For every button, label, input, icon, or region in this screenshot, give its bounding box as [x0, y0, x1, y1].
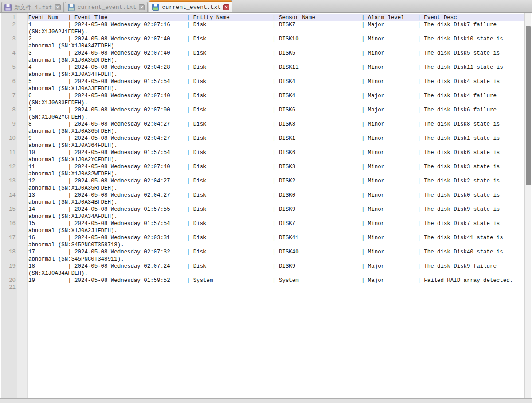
line-number: 21 — [1, 284, 28, 291]
tab-new-file[interactable]: 新文件 1.txt ✕ — [1, 2, 64, 12]
line-number: 18 — [1, 249, 28, 256]
line-number: 6 — [1, 78, 28, 85]
tab-label: current_event.txt — [162, 4, 221, 11]
text-line[interactable]: 109 | 2024-05-08 Wednesday 02:04:27 | Di… — [1, 135, 524, 149]
text-line[interactable]: 87 | 2024-05-08 Wednesday 02:07:00 | Dis… — [1, 107, 524, 121]
line-number: 13 — [1, 178, 28, 185]
line-number: 7 — [1, 92, 28, 99]
line-text-wrap[interactable]: 1 | 2024-05-08 Wednesday 02:07:16 | Disk… — [28, 21, 524, 36]
line-text-wrap[interactable]: 4 | 2024-05-08 Wednesday 02:04:28 | Disk… — [28, 64, 524, 78]
line-text-wrap[interactable]: 17 | 2024-05-08 Wednesday 02:07:32 | Dis… — [28, 249, 524, 263]
line-text-wrap[interactable]: 2 | 2024-05-08 Wednesday 02:07:40 | Disk… — [28, 36, 524, 50]
text-line[interactable]: 1817 | 2024-05-08 Wednesday 02:07:32 | D… — [1, 249, 524, 263]
text-line[interactable]: 1716 | 2024-05-08 Wednesday 02:03:31 | D… — [1, 234, 524, 249]
line-text-wrap[interactable]: 9 | 2024-05-08 Wednesday 02:04:27 | Disk… — [28, 135, 524, 149]
floppy-disk-icon — [68, 4, 75, 11]
text-line[interactable]: 76 | 2024-05-08 Wednesday 02:07:40 | Dis… — [1, 92, 524, 107]
line-text: 6 | 2024-05-08 Wednesday 02:07:40 | Disk… — [28, 92, 522, 107]
line-number: 1 — [1, 14, 28, 21]
close-icon[interactable]: ✕ — [139, 4, 145, 10]
vertical-scrollbar[interactable] — [524, 13, 531, 398]
line-number: 8 — [1, 107, 28, 114]
floppy-disk-icon — [4, 4, 12, 11]
line-text: 14 | 2024-05-08 Wednesday 01:57:55 | Dis… — [28, 206, 522, 220]
line-number: 5 — [1, 64, 28, 71]
line-text: 11 | 2024-05-08 Wednesday 02:07:40 | Dis… — [28, 163, 522, 178]
tab-label: current_event.txt — [78, 4, 137, 11]
line-text-wrap[interactable]: 11 | 2024-05-08 Wednesday 02:07:40 | Dis… — [28, 163, 524, 178]
text-caret — [28, 15, 28, 21]
text-line[interactable]: 1Event Num | Event Time | Entity Name | … — [1, 14, 524, 21]
text-line[interactable]: 1110 | 2024-05-08 Wednesday 01:57:54 | D… — [1, 149, 524, 163]
editor-area[interactable]: 1Event Num | Event Time | Entity Name | … — [1, 13, 531, 398]
line-number: 12 — [1, 163, 28, 170]
line-text: Event Num | Event Time | Entity Name | S… — [28, 14, 522, 21]
line-text-wrap[interactable]: Event Num | Event Time | Entity Name | S… — [28, 14, 524, 21]
text-line[interactable]: 2019 | 2024-05-08 Wednesday 01:59:52 | S… — [1, 277, 524, 284]
text-line[interactable]: 1413 | 2024-05-08 Wednesday 02:04:27 | D… — [1, 192, 524, 206]
line-text-wrap[interactable]: 7 | 2024-05-08 Wednesday 02:07:00 | Disk… — [28, 107, 524, 121]
line-text: 18 | 2024-05-08 Wednesday 02:07:24 | Dis… — [28, 263, 522, 277]
line-text: 16 | 2024-05-08 Wednesday 02:03:31 | Dis… — [28, 234, 522, 249]
tab-current-event-2-active[interactable]: current_event.txt ✕ — [149, 0, 232, 12]
text-line[interactable]: 1514 | 2024-05-08 Wednesday 01:57:55 | D… — [1, 206, 524, 220]
text-line[interactable]: 1615 | 2024-05-08 Wednesday 01:57:54 | D… — [1, 220, 524, 234]
line-text: 2 | 2024-05-08 Wednesday 02:07:40 | Disk… — [28, 36, 522, 50]
tab-label: 新文件 1.txt — [14, 4, 52, 12]
text-line[interactable]: 1211 | 2024-05-08 Wednesday 02:07:40 | D… — [1, 163, 524, 178]
line-text-wrap[interactable]: 13 | 2024-05-08 Wednesday 02:04:27 | Dis… — [28, 192, 524, 206]
line-text-wrap[interactable]: 19 | 2024-05-08 Wednesday 01:59:52 | Sys… — [28, 277, 524, 284]
line-text: 15 | 2024-05-08 Wednesday 01:57:54 | Dis… — [28, 220, 522, 234]
line-number: 10 — [1, 135, 28, 142]
line-text-wrap[interactable]: 14 | 2024-05-08 Wednesday 01:57:55 | Dis… — [28, 206, 524, 220]
line-text: 5 | 2024-05-08 Wednesday 01:57:54 | Disk… — [28, 78, 522, 92]
text-line[interactable]: 21 | 2024-05-08 Wednesday 02:07:16 | Dis… — [1, 21, 524, 36]
line-text: 12 | 2024-05-08 Wednesday 02:04:27 | Dis… — [28, 178, 522, 192]
line-text-wrap[interactable]: 5 | 2024-05-08 Wednesday 01:57:54 | Disk… — [28, 78, 524, 92]
text-line[interactable]: 1312 | 2024-05-08 Wednesday 02:04:27 | D… — [1, 178, 524, 192]
line-text: 19 | 2024-05-08 Wednesday 01:59:52 | Sys… — [28, 277, 522, 284]
line-text-wrap[interactable] — [28, 284, 524, 291]
line-text-wrap[interactable]: 18 | 2024-05-08 Wednesday 02:07:24 | Dis… — [28, 263, 524, 277]
scrollbar-thumb[interactable] — [526, 26, 531, 185]
line-text: 7 | 2024-05-08 Wednesday 02:07:00 | Disk… — [28, 107, 522, 121]
text-content[interactable]: 1Event Num | Event Time | Entity Name | … — [1, 14, 524, 291]
tab-bar: 新文件 1.txt ✕ current_event.txt ✕ — [0, 0, 532, 13]
line-number: 16 — [1, 220, 28, 227]
line-text-wrap[interactable]: 15 | 2024-05-08 Wednesday 01:57:54 | Dis… — [28, 220, 524, 234]
line-text: 1 | 2024-05-08 Wednesday 02:07:16 | Disk… — [28, 21, 522, 36]
text-line[interactable]: 43 | 2024-05-08 Wednesday 02:07:40 | Dis… — [1, 50, 524, 64]
bottom-bar — [0, 398, 532, 403]
text-line[interactable]: 21 — [1, 284, 524, 291]
text-line[interactable]: 54 | 2024-05-08 Wednesday 02:04:28 | Dis… — [1, 64, 524, 78]
line-text: 17 | 2024-05-08 Wednesday 02:07:32 | Dis… — [28, 249, 522, 263]
text-line[interactable]: 98 | 2024-05-08 Wednesday 02:04:27 | Dis… — [1, 121, 524, 135]
floppy-disk-icon — [152, 4, 159, 11]
text-line[interactable]: 65 | 2024-05-08 Wednesday 01:57:54 | Dis… — [1, 78, 524, 92]
tab-current-event-1[interactable]: current_event.txt ✕ — [65, 2, 148, 12]
line-text: 13 | 2024-05-08 Wednesday 02:04:27 | Dis… — [28, 192, 522, 206]
line-text-wrap[interactable]: 8 | 2024-05-08 Wednesday 02:04:27 | Disk… — [28, 121, 524, 135]
text-line[interactable]: 32 | 2024-05-08 Wednesday 02:07:40 | Dis… — [1, 36, 524, 50]
line-number: 4 — [1, 50, 28, 57]
line-number: 9 — [1, 121, 28, 128]
close-icon[interactable]: ✕ — [55, 4, 61, 10]
line-text: 8 | 2024-05-08 Wednesday 02:04:27 | Disk… — [28, 121, 522, 135]
line-number: 2 — [1, 21, 28, 28]
line-number: 15 — [1, 206, 28, 213]
line-number: 20 — [1, 277, 28, 284]
text-editor-window: 新文件 1.txt ✕ current_event.txt ✕ — [0, 0, 532, 403]
line-text-wrap[interactable]: 10 | 2024-05-08 Wednesday 01:57:54 | Dis… — [28, 149, 524, 163]
line-text: 3 | 2024-05-08 Wednesday 02:07:40 | Disk… — [28, 50, 522, 64]
line-text-wrap[interactable]: 3 | 2024-05-08 Wednesday 02:07:40 | Disk… — [28, 50, 524, 64]
line-text-wrap[interactable]: 6 | 2024-05-08 Wednesday 02:07:40 | Disk… — [28, 92, 524, 107]
text-line[interactable]: 1918 | 2024-05-08 Wednesday 02:07:24 | D… — [1, 263, 524, 277]
line-number: 14 — [1, 192, 28, 199]
active-tab-stripe — [149, 0, 232, 2]
line-text-wrap[interactable]: 16 | 2024-05-08 Wednesday 02:03:31 | Dis… — [28, 234, 524, 249]
line-text: 9 | 2024-05-08 Wednesday 02:04:27 | Disk… — [28, 135, 522, 149]
close-icon[interactable]: ✕ — [223, 4, 229, 10]
line-text-wrap[interactable]: 12 | 2024-05-08 Wednesday 02:04:27 | Dis… — [28, 178, 524, 192]
line-number: 17 — [1, 234, 28, 241]
line-number: 19 — [1, 263, 28, 270]
